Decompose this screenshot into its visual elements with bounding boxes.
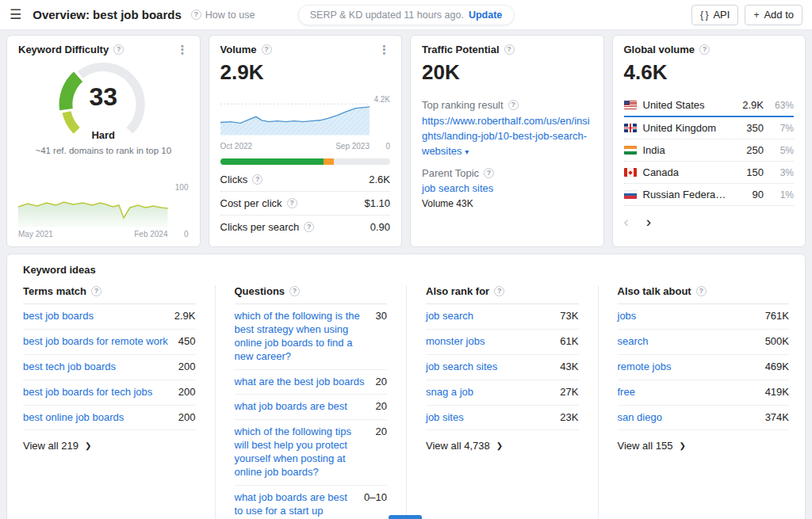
country-volume: 90 [733,189,764,200]
keyword-volume: 43K [560,361,578,374]
help-icon[interactable] [484,168,494,178]
view-all-label: View all 219 [23,440,79,452]
also-rank-for-column: Also rank for job search 73K monster job… [406,285,598,519]
next-page-button[interactable]: › [646,214,651,229]
help-icon[interactable] [304,222,314,232]
keyword-row: what job boards are best 20 [235,395,388,420]
view-all-link[interactable]: View all 4,738 ❯ [426,430,579,452]
column-title: Questions [235,285,285,297]
axis-label-max: 100 [175,183,189,192]
keyword-link[interactable]: snag a job [426,386,473,399]
keyword-link[interactable]: what job boards are best to use for a st… [235,491,355,519]
how-to-use-link[interactable]: How to use [191,10,255,21]
global-volume-card: Global volume 4.6K United States 2.9K 63… [612,35,806,247]
volume-value: 2.9K [220,60,391,85]
keyword-volume: 61K [560,335,578,349]
help-icon[interactable] [494,286,504,296]
country-row[interactable]: Russian Federation 90 1% [624,184,795,206]
country-row[interactable]: India 250 5% [624,139,795,162]
keyword-link[interactable]: which of the following tips will best he… [235,426,366,479]
top-ranking-label: Top ranking result [422,99,504,111]
metric-value: 0.90 [370,221,390,233]
axis-label-min: 0 [385,142,390,151]
country-share: 3% [770,167,794,178]
prev-page-button[interactable]: ‹ [624,214,629,229]
view-all-label: View all 4,738 [426,440,490,452]
help-icon[interactable] [262,44,272,55]
api-button[interactable]: { } API [691,5,738,25]
help-icon[interactable] [508,100,519,110]
help-icon[interactable] [91,286,102,296]
keyword-link[interactable]: which of the following is the best strat… [235,310,366,364]
view-all-label: View all 155 [618,440,673,452]
help-icon[interactable] [504,44,515,55]
global-volume-value: 4.6K [624,60,795,85]
keyword-link[interactable]: best job boards for tech jobs [23,386,152,399]
help-icon[interactable] [696,286,707,296]
app-header: ☰ Overview: best job boards How to use S… [0,0,812,30]
view-all-link[interactable]: View all 155 ❯ [618,430,790,452]
keyword-link[interactable]: free [618,386,635,399]
view-all-link[interactable]: View all 219 ❯ [23,430,196,452]
country-share: 63% [770,100,794,111]
axis-label-end-date: Sep 2023 [335,142,370,151]
keyword-volume: 30 [376,310,387,323]
country-row[interactable]: Canada 150 3% [624,162,795,184]
keyword-ideas-title: Keyword ideas [23,264,789,276]
update-status-text: SERP & KD updated 11 hours ago. [310,10,464,21]
menu-icon[interactable]: ☰ [10,6,21,23]
help-icon[interactable] [252,174,262,185]
metric-row: Clicks per search 0.90 [220,216,391,239]
help-icon[interactable] [287,198,297,208]
keyword-volume: 23K [560,411,578,425]
keyword-link[interactable]: job search sites [426,361,497,374]
keyword-link[interactable]: best tech job boards [23,361,116,374]
country-flag-icon [624,190,637,199]
keyword-link[interactable]: what job boards are best [235,400,347,414]
top-ranking-url-link[interactable]: https://www.roberthalf.com/us/en/insight… [422,114,592,159]
keyword-link[interactable]: best online job boards [23,411,124,425]
help-icon[interactable] [289,286,300,296]
chevron-right-icon: ❯ [496,441,503,450]
help-icon[interactable] [113,44,124,55]
keyword-link[interactable]: search [618,335,649,349]
add-to-button[interactable]: + Add to [745,5,802,25]
keyword-link[interactable]: job sites [426,411,464,425]
metric-value: 2.6K [369,174,390,185]
kebab-menu-icon[interactable]: ⋮ [378,44,390,55]
metric-label: Clicks per search [220,221,300,233]
keyword-link[interactable]: best job boards for remote work [23,335,168,349]
keyword-link[interactable]: san diego [618,411,662,425]
kebab-menu-icon[interactable]: ⋮ [177,44,189,55]
keyword-row: snag a job 27K [426,380,579,406]
how-to-use-label: How to use [205,10,255,21]
country-name: United Kingdom [643,122,728,134]
country-volume: 150 [733,166,764,178]
keyword-link[interactable]: what are the best job boards [235,376,365,389]
keyword-volume: 761K [765,310,789,323]
country-share: 1% [770,189,794,200]
card-title: Traffic Potential [422,44,500,55]
keyword-link[interactable]: remote jobs [618,361,672,374]
keyword-link[interactable]: job search [426,310,473,323]
keyword-row: best job boards for remote work 450 [23,330,196,355]
volume-sparkline [220,98,370,139]
country-pager: ‹ › [624,214,795,229]
country-volume: 2.9K [733,99,764,111]
keyword-difficulty-card: Keyword Difficulty ⋮ 33 Hard ~41 ref. do… [6,35,201,247]
metric-row: Cost per click $1.10 [220,192,391,216]
country-row[interactable]: United Kingdom 350 7% [624,117,795,139]
keyword-row: jobs 761K [618,304,790,330]
keyword-link[interactable]: jobs [618,310,637,323]
keyword-row: job search 73K [426,304,579,330]
keyword-link[interactable]: best job boards [23,310,94,323]
country-volume: 250 [733,144,764,156]
keyword-volume: 20 [376,400,387,414]
caret-down-icon[interactable]: ▾ [465,147,469,156]
keyword-volume: 20 [376,376,387,389]
keyword-link[interactable]: monster jobs [426,335,485,349]
help-icon[interactable] [699,44,710,55]
country-row[interactable]: United States 2.9K 63% [624,94,795,117]
parent-topic-link[interactable]: job search sites [422,182,592,194]
update-link[interactable]: Update [469,10,502,21]
